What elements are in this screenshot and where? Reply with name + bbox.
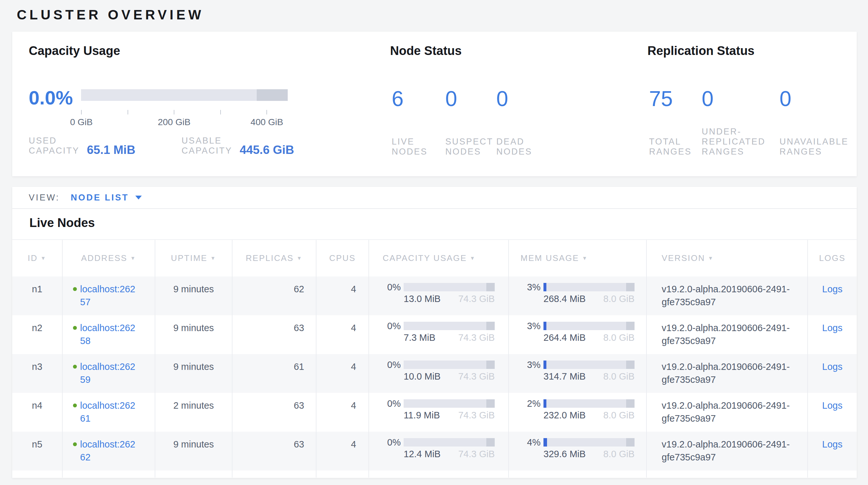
capacity-total-value: 74.3 GiB bbox=[458, 410, 495, 420]
summary-stat: 0SUSPECT NODES bbox=[445, 88, 496, 157]
column-header-version[interactable]: VERSION▼ bbox=[647, 240, 808, 277]
memory-usage-meter: 2% bbox=[521, 399, 646, 408]
capacity-usage-meter: 0% bbox=[381, 283, 508, 291]
capacity-usage-bar bbox=[404, 283, 495, 291]
cpus-cell: 4 bbox=[316, 393, 369, 432]
capacity-used-percent: 0.0% bbox=[29, 87, 73, 109]
axis-tick bbox=[174, 110, 175, 114]
replication-status-title: Replication Status bbox=[647, 44, 755, 58]
logs-link[interactable]: Logs bbox=[822, 284, 842, 294]
empty-cell bbox=[316, 470, 369, 478]
version-cell: v19.2.0-alpha.20190606-2491-gfe735c9a97 bbox=[647, 432, 808, 470]
logs-link[interactable]: Logs bbox=[822, 362, 842, 372]
memory-usage-fill bbox=[544, 438, 547, 447]
logs-link[interactable]: Logs bbox=[822, 323, 842, 333]
capacity-usage-reserved bbox=[486, 361, 495, 369]
replicas-cell: 63 bbox=[232, 393, 316, 432]
capacity-usage-percent: 0% bbox=[381, 438, 401, 447]
version-cell: v19.2.0-alpha.20190606-2491-gfe735c9a97 bbox=[647, 393, 808, 432]
capacity-usage-values: 7.3 MiB74.3 GiB bbox=[404, 333, 495, 342]
memory-total-value: 8.0 GiB bbox=[603, 410, 634, 420]
memory-total-value: 8.0 GiB bbox=[603, 449, 634, 459]
capacity-usage-bar bbox=[81, 89, 288, 101]
column-header-capacity-usage[interactable]: CAPACITY USAGE▼ bbox=[369, 240, 509, 277]
replicas-cell: 63 bbox=[232, 432, 316, 470]
version-text: v19.2.0-alpha.20190606-2491-gfe735c9a97 bbox=[662, 360, 794, 386]
column-header-replicas[interactable]: REPLICAS▼ bbox=[232, 240, 316, 277]
memory-usage-cell: 2%232.0 MiB8.0 GiB bbox=[509, 393, 647, 432]
memory-usage-values: 329.6 MiB8.0 GiB bbox=[544, 449, 634, 459]
capacity-usage-meter: 0% bbox=[381, 399, 508, 408]
logs-link[interactable]: Logs bbox=[822, 400, 842, 411]
memory-usage-cell: 4%329.6 MiB8.0 GiB bbox=[509, 432, 647, 470]
capacity-usage-bar bbox=[404, 322, 495, 330]
logs-cell: Logs bbox=[808, 277, 857, 315]
node-id-cell: n3 bbox=[12, 354, 63, 393]
live-status-dot bbox=[73, 326, 77, 330]
memory-total-value: 8.0 GiB bbox=[603, 294, 634, 304]
view-dropdown-value: NODE LIST bbox=[71, 193, 129, 203]
summary-stat-label: UNAVAILABLE RANGES bbox=[779, 137, 855, 157]
node-address-link[interactable]: localhost:26259 bbox=[80, 360, 140, 386]
node-address-link[interactable]: localhost:26258 bbox=[80, 321, 140, 347]
replicas-cell: 62 bbox=[232, 277, 316, 315]
live-status-dot bbox=[73, 365, 77, 369]
node-id-cell: n5 bbox=[12, 432, 63, 470]
live-status-dot bbox=[73, 287, 77, 291]
capacity-usage-percent: 0% bbox=[381, 322, 401, 330]
memory-usage-bar bbox=[544, 399, 634, 408]
uptime-cell: 9 minutes bbox=[155, 315, 232, 354]
node-address-link[interactable]: localhost:26261 bbox=[80, 399, 140, 425]
capacity-usage-values: 11.9 MiB74.3 GiB bbox=[404, 410, 495, 420]
axis-tick-label: 200 GiB bbox=[158, 117, 190, 127]
version-cell: v19.2.0-alpha.20190606-2491-gfe735c9a97 bbox=[647, 315, 808, 354]
memory-usage-meter: 4% bbox=[521, 438, 646, 447]
node-address-link[interactable]: localhost:26257 bbox=[80, 283, 140, 309]
memory-usage-reserved bbox=[626, 283, 634, 291]
memory-usage-percent: 4% bbox=[521, 438, 540, 447]
memory-total-value: 8.0 GiB bbox=[603, 372, 634, 381]
table-row: n5localhost:262629 minutes6340%12.4 MiB7… bbox=[12, 432, 857, 470]
memory-usage-reserved bbox=[626, 399, 634, 408]
node-address-link[interactable]: localhost:26262 bbox=[80, 438, 140, 464]
version-text: v19.2.0-alpha.20190606-2491-gfe735c9a97 bbox=[662, 399, 794, 425]
memory-usage-values: 314.7 MiB8.0 GiB bbox=[544, 372, 634, 381]
axis-tick bbox=[267, 110, 267, 114]
page-title: CLUSTER OVERVIEW bbox=[17, 7, 204, 23]
memory-used-value: 232.0 MiB bbox=[544, 410, 586, 420]
version-text: v19.2.0-alpha.20190606-2491-gfe735c9a97 bbox=[662, 283, 794, 309]
sort-arrow-icon: ▼ bbox=[41, 255, 46, 261]
axis-tick-label: 0 GiB bbox=[70, 117, 93, 127]
logs-cell: Logs bbox=[808, 315, 857, 354]
live-status-dot bbox=[73, 442, 77, 446]
view-dropdown[interactable]: NODE LIST bbox=[71, 193, 142, 203]
memory-usage-percent: 2% bbox=[521, 399, 540, 408]
column-header-cpus[interactable]: CPUS bbox=[316, 240, 369, 277]
version-text: v19.2.0-alpha.20190606-2491-gfe735c9a97 bbox=[662, 438, 794, 464]
summary-stat-value: 0 bbox=[496, 88, 558, 110]
capacity-usage-cell: 0%12.4 MiB74.3 GiB bbox=[369, 432, 509, 470]
capacity-total-value: 74.3 GiB bbox=[458, 449, 495, 459]
memory-usage-values: 232.0 MiB8.0 GiB bbox=[544, 410, 634, 420]
summary-stat: 0UNAVAILABLE RANGES bbox=[779, 88, 857, 157]
memory-usage-bar bbox=[544, 361, 634, 369]
column-header-logs[interactable]: LOGS bbox=[808, 240, 857, 277]
column-header-mem-usage[interactable]: MEM USAGE▼ bbox=[509, 240, 647, 277]
column-header-address[interactable]: ADDRESS▼ bbox=[63, 240, 155, 277]
capacity-usage-reserved bbox=[486, 283, 495, 291]
memory-usage-bar bbox=[544, 283, 634, 291]
logs-cell: Logs bbox=[808, 432, 857, 470]
memory-usage-reserved bbox=[626, 361, 634, 369]
column-header-id[interactable]: ID▼ bbox=[12, 240, 63, 277]
column-header-uptime[interactable]: UPTIME▼ bbox=[155, 240, 232, 277]
cpus-cell: 4 bbox=[316, 432, 369, 470]
capacity-usage-cell: 0%10.0 MiB74.3 GiB bbox=[369, 354, 509, 393]
capacity-stat-label: USED CAPACITY bbox=[29, 136, 83, 156]
summary-stat-label: TOTAL RANGES bbox=[649, 137, 698, 157]
version-cell: v19.2.0-alpha.20190606-2491-gfe735c9a97 bbox=[647, 277, 808, 315]
axis-tick bbox=[81, 110, 82, 114]
logs-link[interactable]: Logs bbox=[822, 439, 842, 450]
logs-cell: Logs bbox=[808, 354, 857, 393]
uptime-cell: 2 minutes bbox=[155, 393, 232, 432]
table-row: n1localhost:262579 minutes6240%13.0 MiB7… bbox=[12, 277, 857, 315]
